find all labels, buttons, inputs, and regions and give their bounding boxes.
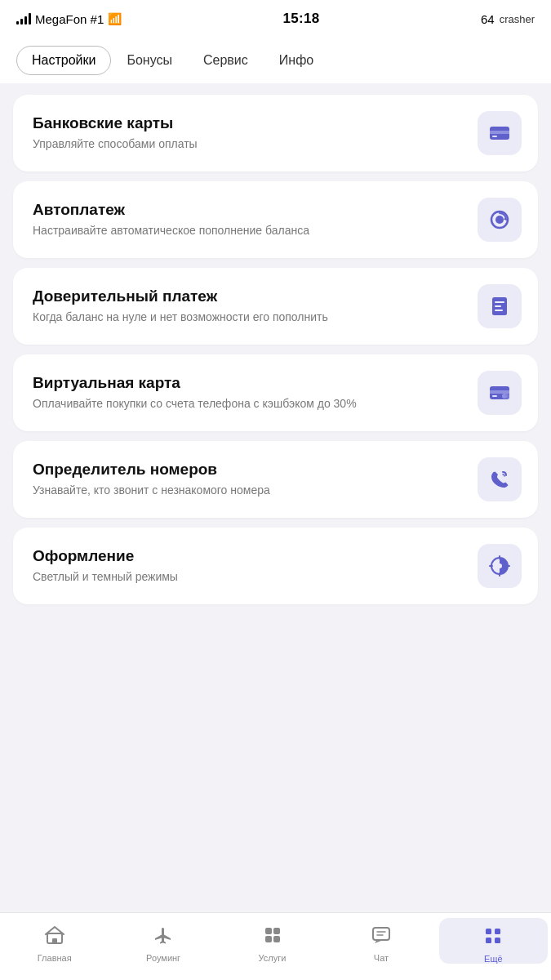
- caller-id-title: Определитель номеров: [33, 461, 464, 479]
- virtual-card-item[interactable]: Виртуальная карта Оплачивайте покупки со…: [13, 354, 538, 431]
- wifi-icon: 📶: [108, 12, 122, 25]
- svg-rect-23: [273, 928, 280, 934]
- status-time: 15:18: [283, 11, 320, 27]
- caller-id-item[interactable]: Определитель номеров Узнавайте, кто звон…: [13, 441, 538, 518]
- tab-navigation: Настройки Бонусы Сервис Инфо: [0, 36, 551, 83]
- trust-payment-item[interactable]: Доверительный платеж Когда баланс на нул…: [13, 268, 538, 345]
- grid-icon: [263, 925, 282, 950]
- appearance-title: Оформление: [33, 547, 464, 565]
- bottom-tab-chat[interactable]: Чат: [327, 913, 435, 967]
- svg-rect-21: [52, 938, 57, 943]
- virtual-card-icon: [478, 371, 522, 415]
- bank-cards-item[interactable]: Банковские карты Управляйте способами оп…: [13, 95, 538, 172]
- svg-rect-22: [265, 928, 272, 934]
- svg-rect-26: [373, 928, 389, 940]
- tab-service[interactable]: Сервис: [188, 46, 264, 75]
- caller-id-text: Определитель номеров Узнавайте, кто звон…: [33, 461, 464, 499]
- crasher-label: crasher: [500, 13, 535, 25]
- trust-payment-title: Доверительный платеж: [33, 287, 464, 305]
- virtual-card-title: Виртуальная карта: [33, 374, 464, 392]
- tab-info[interactable]: Инфо: [264, 46, 329, 75]
- battery-level: 64: [481, 12, 495, 26]
- bank-cards-title: Банковские карты: [33, 114, 464, 132]
- status-right: 64 crasher: [481, 12, 535, 26]
- carrier-label: MegaFon #1: [35, 12, 104, 26]
- autopay-item[interactable]: Автоплатеж Настраивайте автоматическое п…: [13, 181, 538, 258]
- svg-point-13: [504, 394, 509, 399]
- svg-rect-24: [265, 936, 272, 942]
- main-content: Банковские карты Управляйте способами оп…: [0, 83, 551, 616]
- more-label: Ещё: [484, 954, 503, 964]
- bottom-tab-roaming[interactable]: Роуминг: [109, 913, 217, 967]
- services-label: Услуги: [259, 953, 287, 963]
- home-icon: [45, 925, 64, 950]
- more-icon: [483, 926, 503, 951]
- signal-icon: [16, 13, 31, 24]
- trust-payment-subtitle: Когда баланс на нуле и нет возможности е…: [33, 310, 464, 326]
- svg-rect-11: [492, 395, 497, 397]
- svg-point-15: [497, 564, 502, 568]
- bank-cards-icon: [478, 111, 522, 155]
- bottom-tab-more[interactable]: Ещё: [439, 918, 548, 964]
- appearance-item[interactable]: Оформление Светлый и темный режимы: [13, 528, 538, 604]
- status-bar: MegaFon #1 📶 15:18 64 crasher: [0, 0, 551, 36]
- appearance-subtitle: Светлый и темный режимы: [33, 569, 464, 586]
- tab-settings[interactable]: Настройки: [16, 46, 111, 75]
- appearance-icon: [478, 544, 522, 588]
- plane-icon: [153, 925, 173, 950]
- svg-rect-8: [495, 310, 503, 311]
- chat-label: Чат: [374, 953, 389, 963]
- svg-rect-6: [495, 301, 504, 303]
- home-label: Главная: [38, 953, 72, 963]
- caller-id-icon: [478, 457, 522, 501]
- bank-cards-text: Банковские карты Управляйте способами оп…: [33, 114, 464, 153]
- status-left: MegaFon #1 📶: [16, 12, 122, 26]
- appearance-text: Оформление Светлый и темный режимы: [33, 547, 464, 586]
- trust-payment-icon: [478, 284, 522, 328]
- virtual-card-subtitle: Оплачивайте покупки со счета телефона с …: [33, 396, 464, 412]
- svg-rect-29: [486, 929, 491, 934]
- autopay-title: Автоплатеж: [33, 201, 464, 219]
- svg-rect-30: [495, 929, 500, 934]
- svg-rect-1: [490, 131, 509, 134]
- svg-point-4: [495, 216, 504, 224]
- bottom-tab-bar: Главная Роуминг Услуги: [0, 912, 551, 980]
- roaming-label: Роуминг: [146, 953, 180, 963]
- bottom-tab-services[interactable]: Услуги: [218, 913, 327, 967]
- svg-rect-10: [490, 390, 509, 394]
- bottom-tab-home[interactable]: Главная: [0, 913, 109, 967]
- caller-id-subtitle: Узнавайте, кто звонит с незнакомого номе…: [33, 483, 464, 499]
- virtual-card-text: Виртуальная карта Оплачивайте покупки со…: [33, 374, 464, 412]
- autopay-icon: [478, 198, 522, 242]
- bank-cards-subtitle: Управляйте способами оплаты: [33, 136, 464, 153]
- autopay-text: Автоплатеж Настраивайте автоматическое п…: [33, 201, 464, 239]
- svg-rect-31: [486, 938, 491, 943]
- svg-rect-25: [273, 936, 280, 942]
- svg-rect-2: [492, 136, 497, 137]
- chat-icon: [371, 925, 391, 950]
- tab-bonuses[interactable]: Бонусы: [111, 46, 188, 75]
- svg-rect-7: [495, 305, 501, 307]
- autopay-subtitle: Настраивайте автоматическое пополнение б…: [33, 223, 464, 239]
- trust-payment-text: Доверительный платеж Когда баланс на нул…: [33, 287, 464, 326]
- svg-rect-32: [495, 938, 500, 943]
